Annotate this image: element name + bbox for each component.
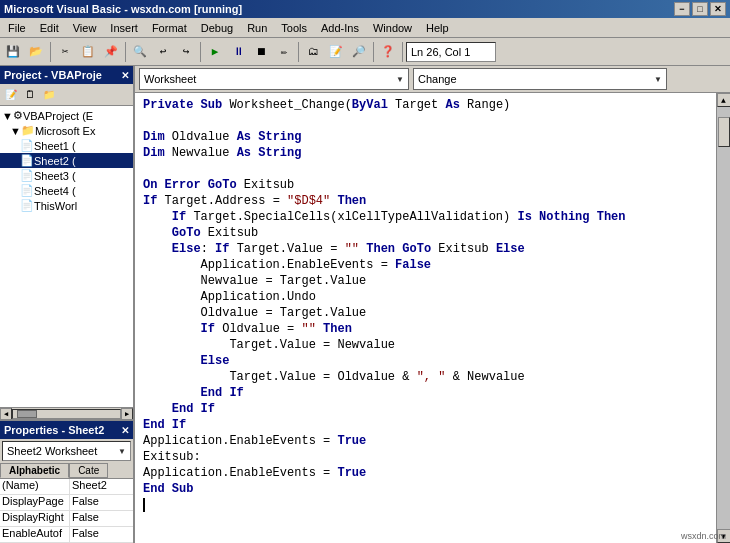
close-button[interactable]: ✕: [710, 2, 726, 16]
menu-bar: File Edit View Insert Format Debug Run T…: [0, 18, 730, 38]
tree-item-sheet2[interactable]: 📄 Sheet2 (: [0, 153, 133, 168]
props-val-enableautof: False: [70, 527, 133, 542]
tb-projexp-btn[interactable]: 🗂: [302, 41, 324, 63]
maximize-button[interactable]: □: [692, 2, 708, 16]
dropdown-bar: Worksheet ▼ Change ▼: [135, 66, 730, 93]
code-vscrollbar[interactable]: ▲ ▼: [716, 93, 730, 543]
props-row-name: (Name) Sheet2: [0, 479, 133, 495]
tree-item-sheet3[interactable]: 📄 Sheet3 (: [0, 168, 133, 183]
tb-cut-btn[interactable]: ✂: [54, 41, 76, 63]
tree-item-sheet4[interactable]: 📄 Sheet4 (: [0, 183, 133, 198]
tree-label-sheet4: Sheet4 (: [34, 185, 76, 197]
object-dropdown-arrow: ▼: [396, 75, 404, 84]
properties-title: Properties - Sheet2: [4, 424, 104, 436]
props-row-displayright: DisplayRight False: [0, 511, 133, 527]
code-content: Private Sub Worksheet_Change(ByVal Targe…: [135, 93, 716, 517]
tree-icon-excel: 📁: [21, 124, 35, 137]
code-panel: Worksheet ▼ Change ▼ Private Sub Workshe…: [135, 66, 730, 543]
tb-undo-btn[interactable]: ↩: [152, 41, 174, 63]
props-key-enableautof: EnableAutof: [0, 527, 70, 542]
tree-item-vbaproject[interactable]: ▼ ⚙ VBAProject (E: [0, 108, 133, 123]
properties-select[interactable]: Sheet2 Worksheet ▼: [2, 441, 131, 461]
props-val-displaypage: False: [70, 495, 133, 510]
project-hscroll[interactable]: ◀ ▶: [0, 407, 133, 419]
tb-sep-3: [200, 42, 201, 62]
watermark: wsxdn.com: [681, 531, 726, 541]
vscroll-up-btn[interactable]: ▲: [717, 93, 731, 107]
tb-sep-1: [50, 42, 51, 62]
menu-help[interactable]: Help: [420, 21, 455, 35]
props-tab-categorized[interactable]: Cate: [69, 463, 108, 478]
tb-run-btn[interactable]: ▶: [204, 41, 226, 63]
tb-design-btn[interactable]: ✏: [273, 41, 295, 63]
tb-sep-2: [125, 42, 126, 62]
tb-break-btn[interactable]: ⏸: [227, 41, 249, 63]
properties-selected-val: Sheet2 Worksheet: [7, 445, 97, 457]
menu-window[interactable]: Window: [367, 21, 418, 35]
tb-reset-btn[interactable]: ⏹: [250, 41, 272, 63]
tb-props-btn[interactable]: 📝: [325, 41, 347, 63]
tree-expand-icon: ▼: [2, 110, 13, 122]
tb-copy-btn[interactable]: 📋: [77, 41, 99, 63]
procedure-dropdown-arrow: ▼: [654, 75, 662, 84]
props-key-name: (Name): [0, 479, 70, 494]
tb-paste-btn[interactable]: 📌: [100, 41, 122, 63]
properties-header: Properties - Sheet2 ✕: [0, 421, 133, 439]
tree-expand-icon-2: ▼: [10, 125, 21, 137]
tree-item-thiswor[interactable]: 📄 ThisWorl: [0, 198, 133, 213]
project-tree: ▼ ⚙ VBAProject (E ▼ 📁 Microsoft Ex 📄 She…: [0, 106, 133, 407]
props-val-displayright: False: [70, 511, 133, 526]
vscroll-thumb: [718, 117, 730, 147]
procedure-dropdown[interactable]: Change ▼: [413, 68, 667, 90]
code-editor[interactable]: Private Sub Worksheet_Change(ByVal Targe…: [135, 93, 716, 543]
object-dropdown[interactable]: Worksheet ▼: [139, 68, 409, 90]
tree-label-sheet3: Sheet3 (: [34, 170, 76, 182]
tree-toggle-folder-btn[interactable]: 📁: [40, 86, 58, 104]
menu-edit[interactable]: Edit: [34, 21, 65, 35]
tree-icon-vba: ⚙: [13, 109, 23, 122]
menu-tools[interactable]: Tools: [275, 21, 313, 35]
menu-addins[interactable]: Add-Ins: [315, 21, 365, 35]
title-bar: Microsoft Visual Basic - wsxdn.com [runn…: [0, 0, 730, 18]
tb-find-btn[interactable]: 🔍: [129, 41, 151, 63]
object-dropdown-value: Worksheet: [144, 73, 196, 85]
left-panel: Project - VBAProje ✕ 📝 🗒 📁 ▼ ⚙ VBAProjec…: [0, 66, 135, 543]
hscroll-track[interactable]: [12, 409, 121, 419]
vscroll-track[interactable]: [717, 107, 731, 529]
tree-label-excel: Microsoft Ex: [35, 125, 96, 137]
tree-icon-sheet1: 📄: [20, 139, 34, 152]
properties-close-btn[interactable]: ✕: [121, 425, 129, 436]
procedure-dropdown-value: Change: [418, 73, 457, 85]
tree-label-sheet2: Sheet2 (: [34, 155, 76, 167]
tree-view-object-btn[interactable]: 🗒: [21, 86, 39, 104]
hscroll-thumb: [17, 410, 37, 418]
menu-insert[interactable]: Insert: [104, 21, 144, 35]
tb-objbr-btn[interactable]: 🔎: [348, 41, 370, 63]
tree-item-sheet1[interactable]: 📄 Sheet1 (: [0, 138, 133, 153]
tree-icon-sheet3: 📄: [20, 169, 34, 182]
tree-item-msexcel[interactable]: ▼ 📁 Microsoft Ex: [0, 123, 133, 138]
cursor-location: Ln 26, Col 1: [406, 42, 496, 62]
menu-format[interactable]: Format: [146, 21, 193, 35]
menu-file[interactable]: File: [2, 21, 32, 35]
project-close-btn[interactable]: ✕: [121, 70, 129, 81]
menu-run[interactable]: Run: [241, 21, 273, 35]
tb-save-btn[interactable]: 💾: [2, 41, 24, 63]
toolbar: 💾 📂 ✂ 📋 📌 🔍 ↩ ↪ ▶ ⏸ ⏹ ✏ 🗂 📝 🔎 ❓ Ln 26, C…: [0, 38, 730, 66]
tb-redo-btn[interactable]: ↪: [175, 41, 197, 63]
project-title: Project - VBAProje: [4, 69, 102, 81]
tb-open-btn[interactable]: 📂: [25, 41, 47, 63]
tree-label-vba: VBAProject (E: [23, 110, 93, 122]
menu-debug[interactable]: Debug: [195, 21, 239, 35]
properties-panel: Properties - Sheet2 ✕ Sheet2 Worksheet ▼…: [0, 419, 133, 543]
code-scroll-area: Private Sub Worksheet_Change(ByVal Targe…: [135, 93, 730, 543]
hscroll-left-btn[interactable]: ◀: [0, 408, 12, 420]
props-key-displaypage: DisplayPage: [0, 495, 70, 510]
hscroll-right-btn[interactable]: ▶: [121, 408, 133, 420]
menu-view[interactable]: View: [67, 21, 103, 35]
tree-view-code-btn[interactable]: 📝: [2, 86, 20, 104]
props-tab-alphabetic[interactable]: Alphabetic: [0, 463, 69, 478]
minimize-button[interactable]: −: [674, 2, 690, 16]
tb-help-btn[interactable]: ❓: [377, 41, 399, 63]
props-val-name: Sheet2: [70, 479, 133, 494]
